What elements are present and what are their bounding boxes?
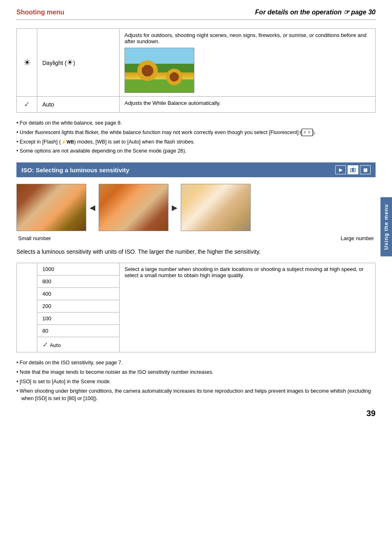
iso-small-label: Small number [18,235,51,241]
iso-note-4: When shooting under brighter conditions,… [16,387,376,403]
shooting-menu-title: Shooting menu [16,9,64,16]
sun-icon: ☀ [23,58,31,67]
page-number: 39 [367,409,376,418]
wb-auto-label: Auto [37,97,120,113]
iso-value-80: 80 [37,325,120,337]
iso-note-1: For details on the ISO sensitivity, see … [16,359,376,367]
wb-auto-desc: Adjusts the White Balance automatically. [120,97,376,113]
side-tab: Using the menu [380,197,392,257]
camera-icon-box [348,165,358,174]
iso-images-row: ◀ ▶ [16,184,376,231]
operation-reference: For details on the operation ☞ page 30 [255,8,376,16]
auto-checkmark-icon: ✓ [42,340,48,349]
wb-note-1: For details on the white balance, see pa… [16,119,376,127]
iso-image-bright [181,184,251,231]
play-icon-box: ▶ [335,165,346,174]
iso-title: ISO: Selecting a luminous sensitivity [21,167,129,174]
iso-section-header: ISO: Selecting a luminous sensitivity ▶ … [16,162,376,177]
camera-icon [350,167,356,173]
iso-icon-cell [17,263,37,352]
wb-note-2: Under fluorescent lights that flicker, t… [16,129,376,137]
iso-image-dark [16,184,86,231]
grid-icon-box: ▦ [360,165,371,174]
iso-value-400: 400 [37,288,120,300]
iso-row-1000: 1000 Select a large number when shooting… [17,263,376,276]
wb-auto-icon-cell: ✓ [17,97,37,113]
iso-value-800: 800 [37,276,120,288]
checkmark-icon: ✓ [24,100,30,109]
sunflower-image [125,48,194,93]
iso-value-100: 100 [37,313,120,325]
wb-notes: For details on the white balance, see pa… [16,119,376,155]
iso-value-200: 200 [37,300,120,313]
iso-description: Selects a luminous sensitivity with unit… [16,247,376,256]
page-header: Shooting menu For details on the operati… [16,8,376,20]
left-arrow: ◀ [86,203,99,212]
iso-table: 1000 Select a large number when shooting… [16,263,376,352]
wb-note-3: Except in [Flash] (⚡WB) modes, [WB] is s… [16,138,376,146]
wb-note-4: Some options are not available depending… [16,147,376,155]
wb-daylight-label: Daylight (☀) [37,29,120,97]
iso-image-medium [99,184,168,231]
wb-daylight-desc: Adjusts for outdoors, shooting night sce… [120,29,376,97]
iso-desc-cell: Select a large number when shooting in d… [120,263,376,352]
iso-note-3: [ISO] is set to [Auto] in the Scene mode… [16,378,376,386]
iso-value-auto: ✓ Auto [37,337,120,352]
wb-row-auto: ✓ Auto Adjusts the White Balance automat… [17,97,376,113]
flash-wb-symbol: ⚡WB [61,139,74,144]
right-arrow: ▶ [168,203,181,212]
svg-point-0 [352,169,354,171]
iso-large-label: Large number [341,235,374,241]
iso-value-1000: 1000 [37,263,120,276]
wb-daylight-icon-cell: ☀ [17,29,37,97]
iso-notes: For details on the ISO sensitivity, see … [16,359,376,403]
wb-table: ☀ Daylight (☀) Adjusts for outdoors, sho… [16,28,376,113]
iso-labels: Small number Large number [16,235,376,241]
fluorescent-symbol: 〃〃〃 [302,129,313,137]
wb-row-daylight: ☀ Daylight (☀) Adjusts for outdoors, sho… [17,29,376,97]
iso-header-icons: ▶ ▦ [335,165,371,174]
iso-note-2: Note that the image tends to become nois… [16,368,376,376]
svg-rect-2 [352,168,354,169]
